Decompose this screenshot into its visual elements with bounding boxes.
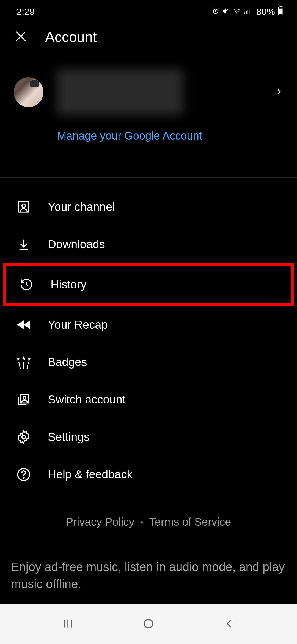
manage-account-link[interactable]: Manage your Google Account xyxy=(57,130,283,142)
status-right: 80% xyxy=(212,6,283,17)
menu-label: Help & feedback xyxy=(48,468,133,481)
home-icon xyxy=(142,617,155,631)
battery-icon xyxy=(278,6,283,17)
recents-icon xyxy=(62,618,74,631)
menu-label: Badges xyxy=(48,356,87,369)
mute-icon xyxy=(222,6,230,17)
back-icon xyxy=(224,618,235,630)
nav-back-button[interactable] xyxy=(221,616,237,632)
menu-label: Switch account xyxy=(48,393,125,406)
nav-bar xyxy=(0,604,297,644)
close-icon xyxy=(14,29,28,44)
footer-separator xyxy=(141,521,143,523)
menu-label: Settings xyxy=(48,430,90,444)
settings-icon xyxy=(16,429,31,445)
status-time: 2:29 xyxy=(16,6,35,17)
menu-label: Your Recap xyxy=(48,318,108,331)
svg-rect-2 xyxy=(244,12,245,14)
wifi-icon xyxy=(233,6,241,17)
svg-marker-16 xyxy=(17,320,24,329)
svg-point-12 xyxy=(22,204,26,208)
rewind-icon xyxy=(16,317,31,332)
highlight-annotation: History xyxy=(3,263,294,306)
menu-label: History xyxy=(51,278,87,291)
svg-line-17 xyxy=(19,362,20,369)
header: Account xyxy=(0,20,297,56)
svg-marker-15 xyxy=(24,320,30,329)
menu-item-history[interactable]: History xyxy=(6,266,291,303)
menu-item-settings[interactable]: Settings xyxy=(0,418,297,456)
signal-icon xyxy=(244,6,251,17)
alarm-icon xyxy=(212,6,219,17)
switch-account-icon xyxy=(16,392,31,407)
profile-section: Manage your Google Account xyxy=(0,56,297,153)
privacy-policy-link[interactable]: Privacy Policy xyxy=(66,516,134,528)
svg-rect-3 xyxy=(246,11,247,14)
profile-info-blurred xyxy=(57,69,183,115)
badges-icon xyxy=(16,354,31,370)
menu-item-help-feedback[interactable]: Help & feedback xyxy=(0,456,297,493)
terms-of-service-link[interactable]: Terms of Service xyxy=(149,516,231,528)
avatar xyxy=(14,77,43,107)
battery-percent: 80% xyxy=(256,6,275,17)
svg-rect-28 xyxy=(145,620,152,627)
download-icon xyxy=(16,237,31,252)
promo-text: Enjoy ad-free music, listen in audio mod… xyxy=(0,558,297,592)
chevron-right-icon xyxy=(275,88,283,97)
menu-item-downloads[interactable]: Downloads xyxy=(0,226,297,263)
profile-row[interactable] xyxy=(14,69,283,115)
svg-point-21 xyxy=(23,397,26,399)
nav-recents-button[interactable] xyxy=(60,616,76,632)
svg-point-22 xyxy=(22,435,26,439)
svg-rect-5 xyxy=(249,9,249,14)
menu-label: Your channel xyxy=(48,200,115,214)
menu-list: Your channel Downloads History Your Reca… xyxy=(0,178,297,504)
svg-rect-8 xyxy=(279,9,282,14)
svg-rect-4 xyxy=(247,10,248,14)
person-box-icon xyxy=(16,199,31,215)
status-bar: 2:29 80% xyxy=(0,0,297,20)
menu-item-badges[interactable]: Badges xyxy=(0,343,297,381)
help-icon xyxy=(16,467,31,482)
nav-home-button[interactable] xyxy=(140,616,157,632)
footer-links: Privacy Policy Terms of Service xyxy=(0,516,297,528)
menu-item-switch-account[interactable]: Switch account xyxy=(0,381,297,418)
close-button[interactable] xyxy=(14,30,28,44)
page-title: Account xyxy=(45,29,97,45)
menu-item-your-recap[interactable]: Your Recap xyxy=(0,306,297,343)
history-icon xyxy=(19,277,34,292)
svg-point-24 xyxy=(23,477,24,478)
menu-label: Downloads xyxy=(48,238,105,251)
menu-item-your-channel[interactable]: Your channel xyxy=(0,188,297,226)
svg-line-19 xyxy=(27,362,29,369)
